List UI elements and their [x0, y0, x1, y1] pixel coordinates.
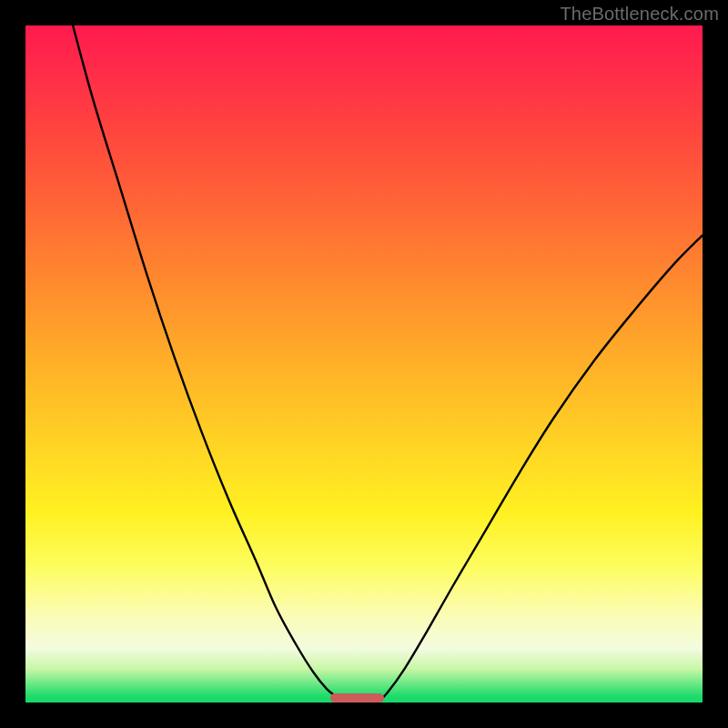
bottleneck-curve-left: [73, 25, 344, 703]
optimal-range-marker: [330, 693, 385, 703]
chart-frame: TheBottleneck.com: [0, 0, 728, 728]
watermark-text: TheBottleneck.com: [560, 4, 719, 25]
curve-layer: [25, 25, 703, 703]
plot-area: [25, 25, 703, 703]
bottleneck-curve-right: [378, 236, 703, 703]
